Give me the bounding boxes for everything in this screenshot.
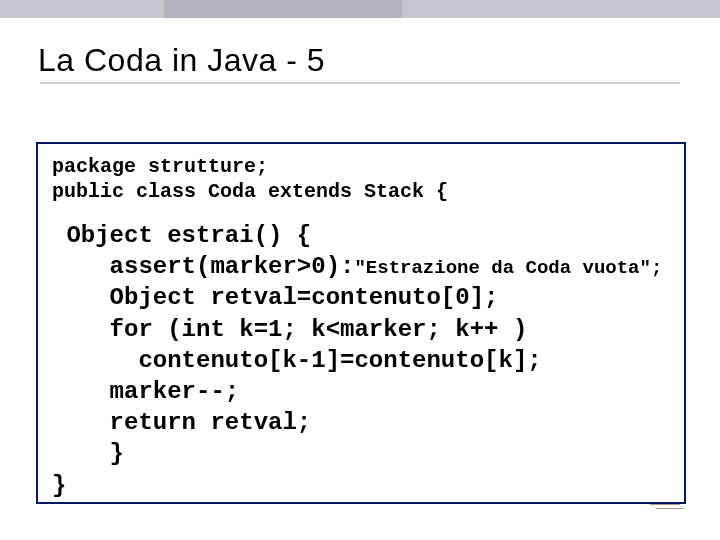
- code-line-class: public class Coda extends Stack {: [52, 179, 670, 204]
- slide-top-bar: [0, 0, 720, 18]
- title-underline: [0, 82, 720, 84]
- code-line-method: Object estrai() {: [52, 220, 670, 251]
- code-box: package strutture; public class Coda ext…: [36, 142, 686, 504]
- slide-title: La Coda in Java - 5: [38, 42, 720, 79]
- code-line-shift: contenuto[k-1]=contenuto[k];: [52, 345, 670, 376]
- code-line-package: package strutture;: [52, 154, 670, 179]
- code-line-retval: Object retval=contenuto[0];: [52, 282, 670, 313]
- top-bar-accent: [164, 0, 402, 18]
- corner-decoration: [650, 496, 690, 516]
- code-line-close-method: }: [52, 438, 670, 469]
- code-line-marker: marker--;: [52, 376, 670, 407]
- code-assert-message: "Estrazione da Coda vuota";: [354, 257, 662, 279]
- code-assert-call: assert(marker>0):: [52, 253, 354, 280]
- code-line-close-class: }: [52, 470, 670, 501]
- code-line-for: for (int k=1; k<marker; k++ ): [52, 314, 670, 345]
- code-line-return: return retval;: [52, 407, 670, 438]
- code-line-assert: assert(marker>0):"Estrazione da Coda vuo…: [52, 251, 670, 282]
